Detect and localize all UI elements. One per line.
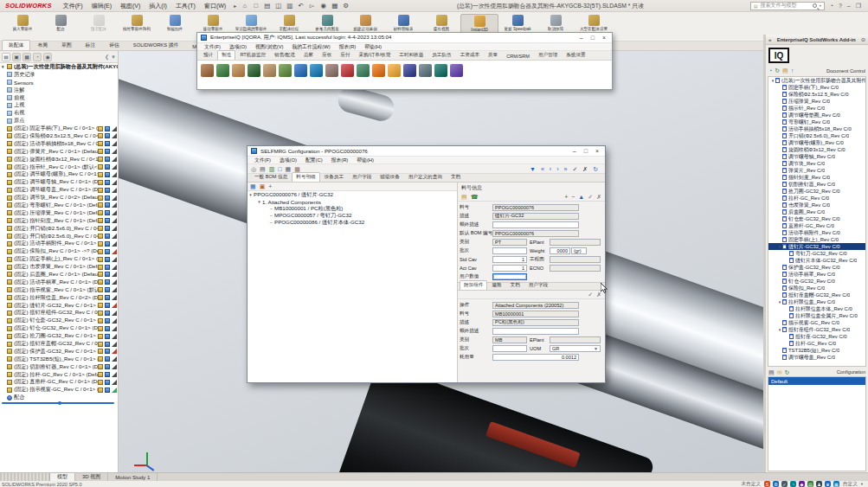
bom-item[interactable]: – MPOGC0000057 / 弯钉刀-GC32 (248, 212, 457, 219)
command-tab[interactable]: 布局 (30, 40, 55, 50)
expander-icon[interactable]: ▾ (256, 199, 262, 204)
tree-item[interactable]: (固定) 指示视窗_Rev C / 0<1> (默认<<默认 (0, 286, 118, 294)
tree-item[interactable]: (固定) 指示针_Rev C / 0<1> (默认<<默认>_ (0, 163, 118, 171)
tree-item[interactable]: 历史记录 (0, 71, 118, 79)
addin-tree-item[interactable]: (总装)一次性使用肛肠吻合器及其附件 AKYGCB-3 (768, 77, 865, 84)
community-icon[interactable]: ◔ (830, 3, 833, 9)
folder-icon[interactable]: ▤ (461, 194, 467, 200)
undo-icon[interactable]: ↶ (296, 1, 305, 10)
post-icon[interactable]: ▲ (578, 194, 584, 200)
erp-tab[interactable]: 员工队伍 (428, 50, 455, 60)
tree-item[interactable]: (固定) 调节块_Rev C / 0<2> (Default<<Def (0, 194, 118, 202)
erp-tab[interactable]: 制造 (217, 50, 235, 60)
detail-tab[interactable]: 用户字段 (524, 280, 552, 290)
drawing-field[interactable] (550, 256, 601, 263)
tree-item[interactable]: (固定) 活动手柄罩_Rev C / 0<1> (Default< (0, 279, 118, 286)
close-icon[interactable]: × (602, 35, 606, 41)
tray-diamond-icon[interactable]: ◆ (799, 481, 805, 487)
save-icon[interactable]: ◫ (273, 1, 283, 10)
tree-item[interactable]: (固定) 固定手柄(上)_Rev C / 0<1> (Default (0, 255, 118, 263)
file-properties-icon[interactable]: ▦ (330, 1, 339, 10)
erp-tool-icon[interactable] (325, 64, 338, 77)
addin-tree-item[interactable]: 固定手柄(下)_Rev C/0 (768, 84, 865, 91)
addin-tree-item[interactable]: 旋圆柱梢Φ3x12_Rev C/0 (768, 146, 865, 153)
erp-tab[interactable]: 质量 (484, 50, 502, 60)
filter-icon[interactable]: ▼ (530, 166, 536, 172)
dimxpert-tab-icon[interactable]: ◔ (33, 53, 42, 61)
dialog-menu-item[interactable]: 帮助(H) (352, 157, 378, 164)
view-tab[interactable]: 模型 (50, 473, 75, 481)
act-cav-field[interactable]: 1 (492, 265, 527, 272)
tools-icon[interactable]: + (268, 183, 272, 189)
find-icon[interactable]: ◎ (251, 166, 256, 172)
phone-icon[interactable]: ☎ (471, 194, 479, 200)
class-field[interactable]: PT (492, 239, 527, 246)
erp-tab[interactable]: 工时和效益 (395, 50, 428, 60)
tree-item[interactable]: (固定) 缝钉片-GC32_Rev C / 0<1> (Default< (0, 302, 118, 310)
tree-item[interactable]: (固定) 调节螺母盖_Rev C / 0<1> (Default< (0, 186, 118, 194)
addin-tree-item[interactable]: 后盖圈_Rev C/0 (768, 208, 865, 215)
dialog-tab[interactable]: 料号明细 (292, 172, 319, 182)
lot-field[interactable] (492, 247, 527, 254)
tree-item[interactable]: (固定) 抵钉座组件-GC32_Rev C / 0<2> (默认 (0, 310, 118, 317)
menu-item[interactable]: 文件(F) (59, 2, 87, 10)
addin-tree-item[interactable]: 抢刀圈-GC32_Rev C/0 (768, 188, 865, 195)
tree-item[interactable]: (固定) 指示视窗-GC_Rev C / 0<1> (默认<<默 (0, 386, 118, 394)
addin-tree-item[interactable]: 弯钉刀-GC32_Rev C/0 (768, 250, 865, 257)
tree-item[interactable]: (固定) 调节螺母轴_Rev C / 0<1> (Default< (0, 178, 118, 186)
bom-item[interactable]: – PPOGC00000086 / 缝钉片本体-GC32 (248, 219, 457, 226)
addin-tree-item[interactable]: 保险扣_Rev C/0 (768, 285, 865, 292)
tree-item[interactable]: 前视 (0, 94, 118, 102)
tree-item[interactable]: (固定) 保险梢Φ2.5x12.5_Rev C / 0<1> (Defa (0, 132, 118, 140)
tray-list-icon[interactable]: ▤ (807, 481, 813, 487)
table-icon[interactable]: ▦ (286, 166, 292, 172)
select-arrow-icon[interactable]: ▻ (307, 1, 317, 10)
detail-class-field[interactable]: MB (492, 336, 527, 343)
erp-tool-icon[interactable] (248, 64, 260, 77)
erp-tab[interactable]: 应收 (318, 50, 336, 60)
erp-tool-icon[interactable] (279, 64, 292, 77)
weight-uom-field[interactable]: (gr) (571, 247, 587, 254)
dialog-tab[interactable]: 用户定义的查询 (404, 172, 447, 182)
mates-folder[interactable]: 配合 (0, 394, 118, 401)
command-tab[interactable]: 装配体 (2, 40, 30, 50)
erp-tab[interactable]: 预计 (199, 50, 217, 60)
erp-tab[interactable]: 销售/配送 (270, 50, 299, 60)
refresh-icon[interactable]: ↻ (593, 166, 598, 172)
tree-item[interactable]: (固定) 调节螺母(螺形)_Rev C / 0<1> (Defaul (0, 170, 118, 178)
filter-icon[interactable]: ▼ (111, 54, 116, 60)
menu-item[interactable]: 工具(T) (171, 2, 200, 10)
erp-tab[interactable]: 采购/订单/收货 (355, 50, 395, 60)
erp-tab[interactable]: 应付 (336, 50, 354, 60)
dialog-menu-item[interactable]: 选项(O) (275, 157, 301, 164)
tray-pawn-icon[interactable]: ♟ (816, 481, 822, 487)
erp-tool-icon[interactable] (341, 64, 354, 77)
help-icon[interactable]: ? (839, 3, 842, 9)
tree-item[interactable]: (固定) 击发弹簧_Rev C / 0<1> (Default<<D (0, 263, 118, 271)
addin-tree-item[interactable]: 拉杆限位盖金属片_Rev C/0 (768, 312, 865, 319)
addin-tree-item[interactable]: TST32B5(短)_Rev C/0 (768, 347, 865, 354)
tree-item[interactable]: Sensors (0, 79, 118, 87)
configuration-tab-icon[interactable]: ▦ (23, 53, 31, 61)
tree-view-icon[interactable]: ▦ (250, 183, 256, 189)
close-icon[interactable]: × (595, 148, 599, 154)
tree-item[interactable]: (固定) 弯形螺钉_Rev C / 0<1> (Default<<D (0, 202, 118, 209)
tray-grid-icon[interactable]: ▦ (833, 481, 839, 487)
std-cav-field[interactable]: 1 (492, 256, 527, 263)
refresh-icon[interactable]: ↻ (775, 67, 780, 74)
first-record-icon[interactable]: « (541, 166, 544, 172)
dialog-tab[interactable]: 一般 BOM 信息 (250, 172, 292, 182)
addin-tree-item[interactable]: 活动手柄抽梢5x18_Rev C/0 (768, 125, 865, 132)
addin-tree-item[interactable]: 活动手柄罩_Rev C/0 (768, 271, 865, 278)
command-tab[interactable]: 评估 (102, 40, 126, 50)
weight-field[interactable]: 0000 (550, 247, 570, 254)
tray-clock-icon[interactable]: ◔ (790, 481, 796, 487)
tree-item[interactable]: (固定) 保险扣_Rev C / 0<1> ->? (Default< (0, 247, 118, 255)
tree-item[interactable]: (固定) 开口销(Φ2.5x6.0)_Rev C / 0<2> (默认 (0, 233, 118, 240)
menu-item[interactable]: 视图(V) (116, 2, 145, 10)
addin-tree-item[interactable]: 抵钉座组件-GC32_Rev C/0 (768, 326, 865, 333)
tree-item[interactable]: (固定) 直推杆-GC_Rev C / 0<1> (Default<< (0, 379, 118, 387)
next-record-icon[interactable]: › (556, 166, 558, 172)
chevron-down-icon[interactable]: ▼ (594, 346, 598, 351)
addin-tree-item[interactable]: 调节螺母垫圈_Rev C/0 (768, 112, 865, 119)
